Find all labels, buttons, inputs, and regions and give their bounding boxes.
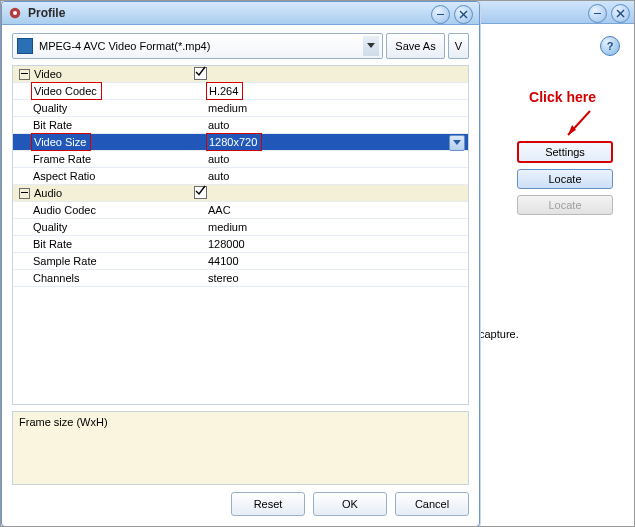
row-bitrate-video[interactable]: Bit Rateauto <box>13 117 468 134</box>
help-icon[interactable]: ? <box>600 36 620 56</box>
back-text: capture. <box>479 328 519 340</box>
minimize-icon[interactable] <box>431 5 450 24</box>
settings-grid: Video Video Codec H.264 Qualitymedium Bi… <box>12 65 469 405</box>
reset-button[interactable]: Reset <box>231 492 305 516</box>
svg-marker-10 <box>367 43 375 48</box>
gear-icon <box>8 6 22 20</box>
video-checkbox[interactable] <box>194 67 207 80</box>
row-frame-rate[interactable]: Frame Rateauto <box>13 151 468 168</box>
row-aspect-ratio[interactable]: Aspect Ratioauto <box>13 168 468 185</box>
group-video[interactable]: Video <box>13 66 468 83</box>
profile-select[interactable]: MPEG-4 AVC Video Format(*.mp4) <box>12 33 383 59</box>
group-audio[interactable]: Audio <box>13 185 468 202</box>
collapse-icon[interactable] <box>19 69 30 80</box>
chevron-down-icon[interactable] <box>449 135 465 151</box>
row-video-size[interactable]: Video Size 1280x720 <box>13 134 468 151</box>
mp4-icon <box>17 38 33 54</box>
locate-button[interactable]: Locate <box>517 169 613 189</box>
svg-rect-7 <box>437 14 444 15</box>
description-box: Frame size (WxH) <box>12 411 469 485</box>
minimize-icon[interactable] <box>588 4 607 23</box>
row-bitrate-audio[interactable]: Bit Rate128000 <box>13 236 468 253</box>
row-channels[interactable]: Channelsstereo <box>13 270 468 287</box>
profile-select-label: MPEG-4 AVC Video Format(*.mp4) <box>39 40 210 52</box>
row-audio-codec[interactable]: Audio CodecAAC <box>13 202 468 219</box>
ok-button[interactable]: OK <box>313 492 387 516</box>
row-quality-audio[interactable]: Qualitymedium <box>13 219 468 236</box>
svg-marker-4 <box>568 125 576 135</box>
row-video-codec[interactable]: Video Codec H.264 <box>13 83 468 100</box>
dialog-title: Profile <box>28 6 65 20</box>
close-icon[interactable] <box>454 5 473 24</box>
profile-dialog: Profile MPEG-4 AVC Video Format(*.mp4) S… <box>1 1 480 527</box>
settings-button[interactable]: Settings <box>517 141 613 163</box>
svg-rect-0 <box>594 13 601 14</box>
chevron-down-icon <box>363 36 379 56</box>
svg-marker-11 <box>453 140 461 145</box>
row-quality-video[interactable]: Qualitymedium <box>13 100 468 117</box>
collapse-icon[interactable] <box>19 188 30 199</box>
dialog-titlebar: Profile <box>2 2 479 25</box>
svg-point-6 <box>13 11 17 15</box>
locate-button-disabled: Locate <box>517 195 613 215</box>
v-button[interactable]: V <box>448 33 469 59</box>
cancel-button[interactable]: Cancel <box>395 492 469 516</box>
row-sample-rate[interactable]: Sample Rate44100 <box>13 253 468 270</box>
annotation-text: Click here <box>529 89 596 105</box>
save-as-button[interactable]: Save As <box>386 33 444 59</box>
svg-line-3 <box>568 111 590 135</box>
arrow-icon <box>560 109 596 143</box>
close-icon[interactable] <box>611 4 630 23</box>
audio-checkbox[interactable] <box>194 186 207 199</box>
